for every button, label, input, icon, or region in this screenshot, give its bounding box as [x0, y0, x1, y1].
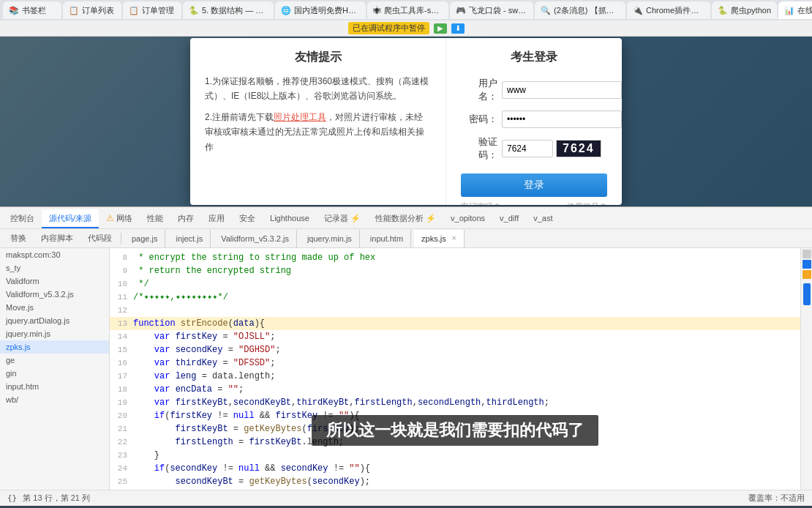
devtools-panel: 控制台 源代码/来源 ⚠ 网络 性能 内存 应用 安全 Lighthouse 记…	[0, 206, 812, 506]
sidebar-item-jquery-min[interactable]: jquery.min.js	[0, 327, 109, 340]
dt-tab-network[interactable]: ⚠ 网络	[99, 209, 140, 228]
captcha-input[interactable]	[502, 140, 553, 157]
snippets-button[interactable]: 代码段	[82, 231, 118, 246]
status-bar: {} 第 13 行，第 21 列 覆盖率：不适用	[0, 490, 812, 506]
dt-tab-performance[interactable]: 性能	[140, 209, 170, 228]
dt-tab-memory[interactable]: 内存	[170, 209, 201, 228]
replace-button[interactable]: 替换	[4, 231, 32, 246]
tab-bookmarks[interactable]: 📚 书签栏	[3, 1, 61, 19]
code-line-25: 25 secondKeyBt = getKeyBytes(secondKey);	[110, 475, 800, 488]
resume-button[interactable]: ▶	[434, 23, 447, 34]
dt-tab-recorder[interactable]: 记录器 ⚡	[317, 209, 368, 228]
modal-tip2: 2.注册前请先下载照片处理工具，对照片进行审核，未经审核或审核未通过的无法正常完…	[205, 110, 431, 154]
code-line-23: 23 }	[110, 449, 800, 462]
sidebar-file-list: makspt.com:30 s_ty Validform Validform_v…	[0, 248, 110, 490]
captcha-image: 7624	[556, 140, 601, 157]
dt-tab-sources[interactable]: 源代码/来源	[42, 209, 99, 228]
modal-right-panel: 考生登录 用户名： 密码： 验证码： 7624	[446, 38, 622, 205]
dt-tab-vast[interactable]: v_ast	[526, 209, 560, 228]
sidebar-item-sty[interactable]: s_ty	[0, 261, 109, 274]
file-tab-validform[interactable]: Validform_v5.3.2.js	[214, 230, 297, 247]
dt-tab-vdiff[interactable]: v_diff	[492, 209, 526, 228]
tab-order-manage[interactable]: 📋 订单管理	[123, 1, 181, 19]
sidebar-item-move-js[interactable]: Move.js	[0, 301, 109, 314]
dt-tab-voptions[interactable]: v_opitons	[443, 209, 492, 228]
sidebar-item-wb[interactable]: wb/	[0, 393, 109, 406]
toolbar-separator	[121, 233, 121, 244]
sidebar-item-artdialog[interactable]: jquery.artDialog.js	[0, 314, 109, 327]
tab-capture[interactable]: 🔍 (2条消息) 【抓包工...	[535, 1, 625, 19]
code-line-19: 19 var firstKeyBt,secondKeyBt,thirdKeyBt…	[110, 396, 800, 409]
code-line-21: 21 firstKeyBt = getKeyBytes(firstKey);	[110, 422, 800, 436]
proxy-favicon: 🌐	[281, 6, 291, 15]
code-line-14: 14 var firstKey = "OJSLL";	[110, 330, 800, 343]
file-tab-zpks-js[interactable]: zpks.js ×	[414, 230, 464, 247]
code-line-22: 22 firstLength = firstKeyBt.length;	[110, 436, 800, 449]
sidebar-item-ge[interactable]: ge	[0, 354, 109, 367]
tab-chrome-ext[interactable]: 🔌 Chrome插件搜索热...	[627, 1, 710, 19]
content-scripts-button[interactable]: 内容脚本	[35, 231, 79, 246]
tab-python[interactable]: 🐍 爬虫python	[712, 1, 777, 19]
file-tab-input-htm[interactable]: input.htm	[363, 230, 411, 247]
step-icon: ⬇	[455, 24, 461, 32]
tab-datastructure[interactable]: 🐍 5. 数据结构 — Pyt...	[183, 1, 274, 19]
sidebar-item-input-htm[interactable]: input.htm	[0, 380, 109, 393]
username-input[interactable]	[502, 81, 622, 99]
status-bar-left: {} 第 13 行，第 21 列	[7, 493, 90, 504]
debug-status-badge: 已在调试程序中暂停	[348, 22, 429, 34]
register-link[interactable]: 注册账号？	[567, 201, 607, 205]
tab-json-excel[interactable]: 📊 在线JSON转excel.J... ×	[778, 1, 812, 19]
sidebar-item-validform-js[interactable]: Validform_v5.3.2.js	[0, 288, 109, 301]
code-line-24: 24 if(secondKey != null && secondKey != …	[110, 462, 800, 475]
spider-favicon: 🕷	[373, 6, 381, 15]
right-panel-btn-3[interactable]	[802, 270, 811, 279]
forgot-password-link[interactable]: 忘记密码？	[461, 201, 501, 205]
code-line-11: 11 /*✦✦✦✦✦,✦✦✦✦✦✦✦✦*/	[110, 291, 800, 304]
username-row: 用户名：	[461, 77, 607, 103]
sidebar-item-gin[interactable]: gin	[0, 367, 109, 380]
file-tab-inject-js[interactable]: inject.js	[168, 230, 211, 247]
modal-tip1: 1.为保证报名顺畅，推荐使用360极速模式、搜狗（高速模式）、IE（IE8以上版…	[205, 74, 431, 104]
dt-tab-security[interactable]: 安全	[232, 209, 263, 228]
file-tab-page-js[interactable]: page.js	[124, 230, 165, 247]
dt-tab-lighthouse[interactable]: Lighthouse	[263, 209, 317, 228]
step-button[interactable]: ⬇	[451, 23, 465, 34]
photo-tool-link[interactable]: 照片处理工具	[274, 112, 326, 122]
tab-proxy[interactable]: 🌐 国内透明免费HTTP...	[275, 1, 366, 19]
code-line-13: 13 function strEncode(data){	[110, 317, 800, 330]
modal-left-title: 友情提示	[205, 50, 431, 65]
file-tab-jquery-min[interactable]: jquery.min.js	[300, 230, 360, 247]
code-line-12: 12	[110, 304, 800, 317]
right-panel-btn-2[interactable]	[802, 260, 811, 269]
password-input[interactable]	[502, 111, 622, 128]
login-links: 忘记密码？ 注册账号？	[461, 201, 607, 205]
network-warn-icon: ⚠	[106, 213, 114, 223]
scrollbar-indicator[interactable]	[803, 283, 811, 305]
password-label: 密码：	[461, 113, 497, 126]
tab-order-list[interactable]: 📋 订单列表	[63, 1, 121, 19]
tab-spider[interactable]: 🕷 爬虫工具库-spidert...	[367, 1, 448, 19]
sidebar-item-validform[interactable]: Validform	[0, 274, 109, 288]
captcha-container: 7624	[502, 140, 601, 157]
modal-box: 友情提示 1.为保证报名顺畅，推荐使用360极速模式、搜狗（高速模式）、IE（I…	[190, 38, 622, 205]
resume-icon: ▶	[437, 24, 443, 32]
file-tab-close-icon[interactable]: ×	[452, 234, 456, 242]
username-label: 用户名：	[461, 77, 497, 103]
sidebar-item-zpks-js[interactable]: zpks.js	[0, 340, 109, 354]
tab-feilong[interactable]: 🎮 飞龙口袋 - switch...	[450, 1, 533, 19]
sidebar-item-makspt[interactable]: makspt.com:30	[0, 248, 109, 261]
status-bar-right: 覆盖率：不适用	[748, 493, 805, 504]
login-button[interactable]: 登录	[461, 173, 607, 197]
code-panel: 8 * encrypt the string to string made up…	[110, 248, 800, 490]
datastructure-favicon: 🐍	[189, 6, 199, 15]
password-row: 密码：	[461, 111, 607, 128]
chrome-ext-favicon: 🔌	[633, 6, 643, 15]
feilong-favicon: 🎮	[456, 6, 466, 15]
devtools-toolbar: 替换 内容脚本 代码段 page.js inject.js Validform_…	[0, 229, 812, 248]
code-line-20: 20 if(firstKey != null && firstKey != ""…	[110, 409, 800, 422]
right-panel-btn-1[interactable]	[802, 250, 811, 258]
dt-tab-console[interactable]: 控制台	[3, 209, 42, 228]
dt-tab-application[interactable]: 应用	[201, 209, 232, 228]
code-line-18: 18 var encData = "";	[110, 383, 800, 396]
dt-tab-perf-insights[interactable]: 性能数据分析 ⚡	[368, 209, 443, 228]
